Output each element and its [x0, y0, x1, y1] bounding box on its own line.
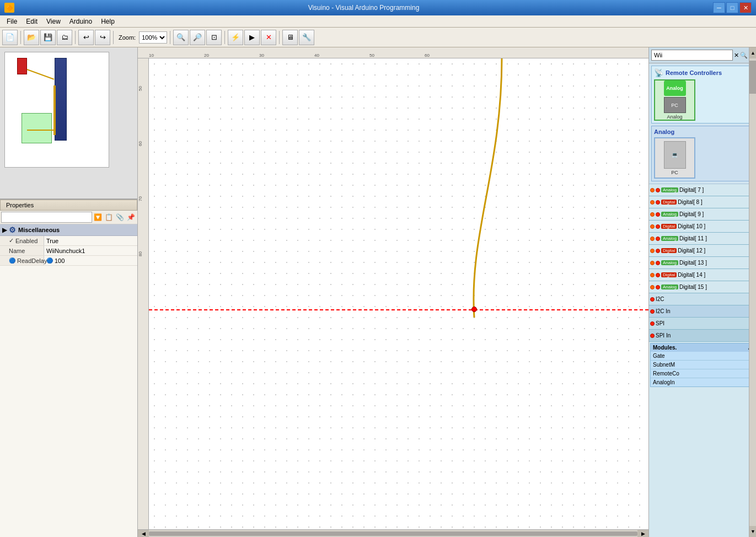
scroll-thumb-h[interactable] — [149, 531, 637, 536]
scroll-thumb-right[interactable] — [749, 61, 756, 94]
right-top-area: 📡 Remote Controllers Analog PC Analog An… — [649, 63, 756, 184]
open-button[interactable]: 📂 — [24, 30, 39, 45]
modules-item-gate: Gate — [651, 352, 754, 361]
zoom-out-button[interactable]: 🔎 — [190, 30, 205, 45]
i2c-in-row: I2C In — [649, 305, 756, 318]
toolbar-sep-2 — [75, 31, 76, 44]
analog-items: 💻 PC — [654, 137, 751, 179]
menu-help[interactable]: Help — [96, 17, 119, 26]
analog-pc-icon: 💻 — [664, 141, 686, 169]
modules-item-remote: RemoteCo — [651, 369, 754, 378]
preview-wire-h — [27, 130, 56, 131]
redo-button[interactable]: ↪ — [95, 30, 110, 45]
scroll-right-btn[interactable]: ▶ — [637, 530, 648, 538]
upload-button[interactable]: ▶ — [244, 30, 260, 45]
prop-pin-button[interactable]: 📌 — [125, 212, 136, 223]
modules-header: Modules. A — [651, 343, 754, 352]
pin-analog-badge-11: Analog — [661, 236, 678, 241]
restore-button[interactable]: □ — [726, 2, 738, 13]
canvas-body: 50 60 70 80 — [138, 58, 648, 529]
save-all-button[interactable]: 🗂 — [57, 30, 72, 45]
modules-item-subnet: SubnetM — [651, 361, 754, 369]
menu-view[interactable]: View — [42, 17, 65, 26]
search-clear-button[interactable]: ✕ — [734, 50, 739, 60]
prop-filter-button[interactable]: 🔽 — [92, 212, 103, 223]
modules-title: Modules. — [653, 345, 677, 351]
ruler-tick-v-70: 70 — [138, 196, 143, 201]
remote-analog-item[interactable]: Analog PC Analog — [654, 79, 695, 121]
i2c-row: I2C — [649, 293, 756, 305]
prop-row-name: Name WiiNunchuck1 — [0, 246, 137, 256]
zoom-select[interactable]: 50% 75% 100% 125% 150% 200% — [139, 31, 167, 44]
toolbar-sep-1 — [20, 31, 21, 44]
pin-label-14: Digital[ 14 ] — [678, 272, 755, 278]
pin-label-12: Digital[ 12 ] — [678, 248, 755, 254]
component-list[interactable]: Analog Digital[ 7 ] Digital Digital[ 8 ]… — [649, 184, 756, 537]
remote-controllers-panel: 📡 Remote Controllers Analog PC Analog — [651, 66, 754, 123]
zoom-in-button[interactable]: 🔍 — [173, 30, 189, 45]
search-icon-button[interactable]: 🔍 — [740, 50, 748, 60]
arduino-ide-button[interactable]: 🔧 — [299, 30, 314, 45]
ruler-tick-v-60: 60 — [138, 141, 143, 146]
prop-collapse-button[interactable]: 📎 — [114, 212, 125, 223]
properties-tree: ▶ ⚙ Miscellaneous ✓ Enabled True Name — [0, 224, 137, 537]
properties-header[interactable]: Properties — [0, 200, 137, 211]
canvas-h-scrollbar[interactable]: ◀ ▶ — [138, 529, 648, 537]
properties-search[interactable] — [1, 212, 92, 223]
prop-value-enabled: True — [44, 236, 137, 245]
readdelay-icon: 🔵 — [9, 257, 15, 264]
pin-label-10: Digital[ 10 ] — [678, 223, 755, 229]
component-search-input[interactable] — [651, 50, 733, 61]
analog-item-label: PC — [671, 170, 678, 175]
stop-button[interactable]: ✕ — [261, 30, 276, 45]
pin-dot-analog-15 — [650, 285, 655, 289]
pin-row-10: Digital Digital[ 10 ] — [649, 221, 756, 233]
scroll-left-btn[interactable]: ◀ — [138, 530, 149, 538]
close-button[interactable]: ✕ — [739, 2, 752, 13]
pin-dot-digital-7 — [656, 188, 660, 192]
canvas-main[interactable] — [149, 58, 648, 529]
ruler-tick-10: 10 — [149, 53, 154, 58]
right-panel-vscrollbar[interactable]: ▲ ▼ — [749, 47, 756, 537]
preview-canvas[interactable] — [4, 52, 109, 168]
minimize-button[interactable]: ─ — [713, 2, 725, 13]
canvas-ruler-left: 50 60 70 80 — [138, 58, 149, 529]
prop-value-readdelay: 🔵 100 — [44, 256, 137, 265]
pin-dot-digital-14 — [656, 273, 660, 277]
pin-dot-analog-13 — [650, 261, 655, 265]
i2c-label: I2C — [656, 296, 755, 302]
pin-row-12: Digital Digital[ 12 ] — [649, 245, 756, 257]
pin-dot-digital-15 — [656, 285, 660, 289]
pin-analog-badge-9: Analog — [661, 212, 678, 217]
scroll-up-right[interactable]: ▲ — [749, 47, 756, 58]
prop-name-readdelay: 🔵 ReadDelay — [0, 256, 44, 265]
menu-file[interactable]: File — [2, 17, 22, 26]
save-button[interactable]: 💾 — [40, 30, 56, 45]
toolbar-sep-6 — [279, 31, 280, 44]
i2c-dot — [650, 297, 655, 302]
pin-row-9: Analog Digital[ 9 ] — [649, 208, 756, 221]
window-title: Visuino - Visual Arduino Programming — [14, 4, 713, 12]
toolbar-sep-4 — [170, 31, 170, 44]
pin-dot-digital-10 — [656, 224, 660, 229]
pin-label-9: Digital[ 9 ] — [679, 211, 755, 217]
prop-group-miscellaneous[interactable]: ▶ ⚙ Miscellaneous — [0, 224, 137, 236]
pin-label-8: Digital[ 8 ] — [678, 199, 755, 205]
menu-arduino[interactable]: Arduino — [65, 17, 96, 26]
menu-edit[interactable]: Edit — [22, 17, 42, 26]
pin-row-7: Analog Digital[ 7 ] — [649, 184, 756, 196]
zoom-fit-button[interactable]: ⊡ — [206, 30, 222, 45]
prop-name-enabled: ✓ Enabled — [0, 236, 44, 245]
prop-expand-button[interactable]: 📋 — [103, 212, 114, 223]
canvas-area: 10 20 30 40 50 60 50 60 70 80 — [138, 47, 648, 537]
ruler-tick-v-50: 50 — [138, 86, 143, 91]
analog-panel: Analog 💻 PC — [651, 126, 754, 181]
generate-button[interactable]: ⚡ — [228, 30, 243, 45]
pin-digital-badge-12: Digital — [661, 248, 677, 253]
scroll-down-right[interactable]: ▼ — [749, 526, 756, 537]
analog-pc-item[interactable]: 💻 PC — [654, 137, 695, 179]
undo-button[interactable]: ↩ — [78, 30, 94, 45]
serial-button[interactable]: 🖥 — [282, 30, 298, 45]
new-button[interactable]: 📄 — [2, 30, 18, 45]
preview-component-1 — [17, 58, 27, 74]
